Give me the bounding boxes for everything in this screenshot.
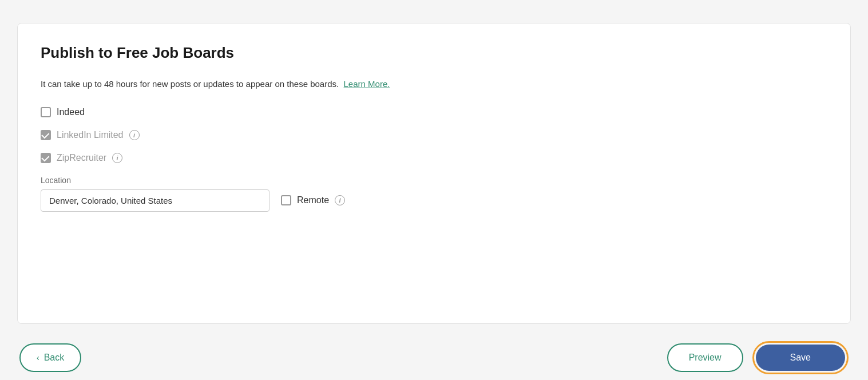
indeed-label: Indeed xyxy=(57,107,85,117)
ziprecruiter-row: ZipRecruiter i xyxy=(41,153,827,163)
remote-row: Remote i xyxy=(281,195,345,205)
linkedin-label: LinkedIn Limited xyxy=(57,130,124,140)
save-button-label: Save xyxy=(790,353,811,362)
location-input[interactable] xyxy=(41,189,269,212)
info-text: It can take up to 48 hours for new posts… xyxy=(41,78,827,91)
footer: ‹ Back Preview Save xyxy=(17,341,851,374)
back-button-label: Back xyxy=(44,353,65,363)
page-wrapper: Publish to Free Job Boards It can take u… xyxy=(0,11,868,380)
remote-checkbox[interactable] xyxy=(281,195,291,205)
remote-label: Remote xyxy=(297,195,329,205)
linkedin-row: LinkedIn Limited i xyxy=(41,130,827,140)
linkedin-checkbox[interactable] xyxy=(41,130,51,140)
location-section: Location Remote i xyxy=(41,176,827,212)
linkedin-info-icon[interactable]: i xyxy=(129,130,140,140)
save-button-wrapper: Save xyxy=(752,341,849,374)
info-text-content: It can take up to 48 hours for new posts… xyxy=(41,79,339,89)
indeed-row: Indeed xyxy=(41,107,827,117)
location-row: Remote i xyxy=(41,189,827,212)
right-buttons: Preview Save xyxy=(667,341,849,374)
back-chevron-icon: ‹ xyxy=(37,353,39,362)
main-card: Publish to Free Job Boards It can take u… xyxy=(17,23,851,324)
preview-button[interactable]: Preview xyxy=(667,343,743,372)
remote-info-icon[interactable]: i xyxy=(335,195,345,205)
ziprecruiter-label: ZipRecruiter xyxy=(57,153,106,163)
location-label: Location xyxy=(41,176,827,185)
back-button[interactable]: ‹ Back xyxy=(19,343,81,372)
page-title: Publish to Free Job Boards xyxy=(41,44,827,62)
ziprecruiter-checkbox[interactable] xyxy=(41,153,51,163)
learn-more-link[interactable]: Learn More. xyxy=(344,79,390,89)
save-button[interactable]: Save xyxy=(756,345,845,371)
indeed-checkbox[interactable] xyxy=(41,107,51,117)
preview-button-label: Preview xyxy=(689,353,722,362)
ziprecruiter-info-icon[interactable]: i xyxy=(112,153,122,163)
